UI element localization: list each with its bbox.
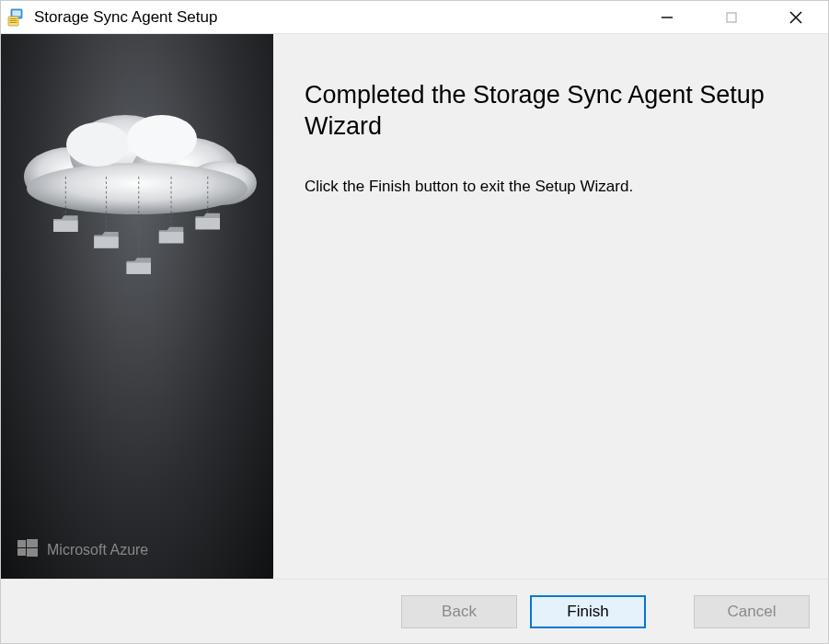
installer-window: Storage Sync Agent Setup xyxy=(0,0,829,644)
window-controls xyxy=(635,1,828,33)
content-area: Microsoft Azure Completed the Storage Sy… xyxy=(1,34,828,579)
svg-point-16 xyxy=(127,115,197,163)
svg-rect-29 xyxy=(17,548,26,556)
cancel-button: Cancel xyxy=(694,595,810,628)
svg-rect-26 xyxy=(196,218,220,229)
back-button: Back xyxy=(401,595,517,628)
maximize-button xyxy=(699,1,764,33)
svg-rect-5 xyxy=(10,22,17,23)
svg-rect-30 xyxy=(27,548,38,557)
wizard-footer: Back Finish Cancel xyxy=(1,579,828,643)
page-body-text: Click the Finish button to exit the Setu… xyxy=(305,178,797,196)
wizard-banner-image: Microsoft Azure xyxy=(1,34,273,579)
titlebar: Storage Sync Agent Setup xyxy=(1,1,828,34)
page-heading: Completed the Storage Sync Agent Setup W… xyxy=(305,80,797,143)
svg-rect-25 xyxy=(159,232,183,243)
window-title: Storage Sync Agent Setup xyxy=(34,8,635,27)
azure-brand: Microsoft Azure xyxy=(17,538,148,562)
svg-rect-7 xyxy=(727,13,736,22)
svg-rect-4 xyxy=(10,20,17,21)
close-button[interactable] xyxy=(764,1,828,33)
installer-icon xyxy=(6,7,27,28)
svg-rect-28 xyxy=(27,539,38,547)
svg-point-15 xyxy=(66,122,129,167)
svg-rect-24 xyxy=(127,263,151,274)
svg-rect-3 xyxy=(10,18,17,19)
folders-icon xyxy=(15,177,259,315)
svg-rect-27 xyxy=(17,540,26,547)
svg-rect-1 xyxy=(13,10,21,16)
azure-brand-label: Microsoft Azure xyxy=(47,542,148,558)
svg-rect-23 xyxy=(94,236,118,247)
main-panel: Completed the Storage Sync Agent Setup W… xyxy=(273,34,828,579)
minimize-button[interactable] xyxy=(635,1,699,33)
svg-rect-22 xyxy=(53,221,77,232)
windows-logo-icon xyxy=(17,538,38,562)
finish-button[interactable]: Finish xyxy=(530,595,646,628)
